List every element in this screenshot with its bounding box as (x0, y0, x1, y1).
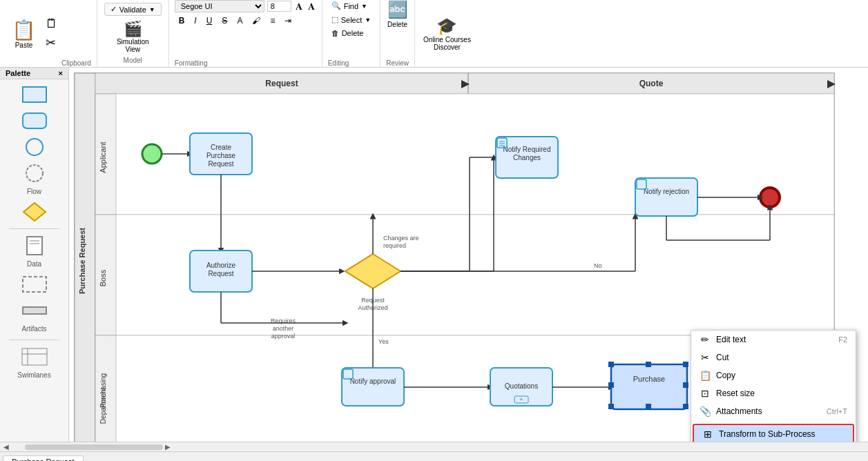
tab-purchase-request[interactable]: Purchase Request (3, 455, 84, 462)
italic-button[interactable]: I (190, 14, 200, 27)
svg-text:Applicant: Applicant (99, 141, 107, 173)
find-label: Find (344, 2, 358, 10)
palette-shape-circle[interactable] (17, 135, 52, 159)
svg-point-73 (760, 188, 780, 207)
palette-close-icon[interactable]: × (59, 69, 63, 77)
clipboard-group: 📋 Paste 🗒 ✂ Clipboard (0, 0, 97, 67)
transform-icon: ⊞ (702, 429, 713, 440)
copy-button[interactable]: 🗒 (42, 15, 61, 32)
svg-text:Quotations: Quotations (505, 382, 538, 390)
text-direction-button[interactable]: ⇥ (280, 14, 296, 27)
scroll-right-button[interactable]: ▶ (163, 443, 173, 451)
review-label: Review (386, 59, 409, 67)
ctx-copy-label: Copy (716, 371, 735, 380)
svg-text:Authorize: Authorize (206, 262, 236, 269)
palette-shape-circle-dashed[interactable] (17, 161, 52, 186)
underline-button[interactable]: U (202, 14, 217, 27)
font-size-input[interactable] (267, 1, 291, 12)
palette-shape-swimlane[interactable] (17, 344, 52, 369)
ctx-attachments[interactable]: 📎 Attachments Ctrl+T (691, 402, 856, 420)
scrollbar-thumb[interactable] (25, 444, 163, 450)
font-select[interactable]: Segoe UI (175, 0, 264, 12)
canvas-area[interactable]: Purchase Request Request Quote Applicant (69, 68, 868, 442)
select-dropdown[interactable]: ▼ (365, 17, 371, 23)
svg-rect-96 (646, 404, 651, 409)
svg-rect-89 (611, 364, 687, 409)
svg-rect-9 (23, 307, 46, 314)
palette-shape-document[interactable] (17, 233, 52, 258)
cut-icon: ✂ (700, 352, 711, 363)
ctx-edit-text-shortcut: F2 (838, 335, 847, 344)
palette-shape-bar[interactable] (17, 298, 52, 323)
delete-button[interactable]: 🗑 Delete (328, 28, 375, 39)
font-size-decrease[interactable]: 𝐀 (307, 1, 316, 12)
simulation-view-button[interactable]: 🎬 SimulationView (117, 20, 149, 53)
validate-icon: ✓ (110, 5, 117, 14)
svg-rect-8 (23, 277, 46, 292)
svg-rect-93 (608, 404, 614, 409)
svg-text:+: + (519, 396, 523, 403)
strikethrough-button[interactable]: S (218, 14, 231, 27)
svg-rect-94 (683, 404, 688, 409)
bold-button[interactable]: B (175, 14, 189, 27)
palette-header: Palette × (0, 68, 68, 79)
svg-text:Yes: Yes (378, 338, 389, 345)
palette-shape-diamond[interactable] (17, 199, 52, 224)
edit-text-icon: ✏ (700, 334, 711, 345)
context-menu: ✏ Edit text F2 ✂ Cut 📋 Copy ⊡ Reset size… (691, 330, 856, 442)
palette-shape-rectangle[interactable] (17, 82, 52, 107)
find-dropdown[interactable]: ▼ (361, 3, 367, 10)
review-group: 🔤 Delete Review (380, 0, 415, 67)
ctx-transform-subprocess[interactable]: ⊞ Transform to Sub-Process (693, 424, 854, 442)
select-button[interactable]: ⬚ Select ▼ (328, 14, 375, 26)
delete-label: Delete (342, 29, 364, 37)
spelling-label: Delete (387, 21, 407, 28)
flow-label: Flow (27, 188, 41, 195)
palette-divider-1 (9, 228, 59, 229)
attachments-icon: 📎 (700, 406, 711, 417)
font-color-button[interactable]: A (233, 14, 247, 27)
ctx-edit-text-label: Edit text (716, 335, 746, 344)
ctx-transform-label: Transform to Sub-Process (719, 429, 816, 439)
palette-shape-dashed[interactable] (17, 272, 52, 297)
horizontal-scrollbar[interactable]: ◀ ▶ (0, 442, 868, 451)
ctx-edit-text[interactable]: ✏ Edit text F2 (691, 331, 856, 349)
align-button[interactable]: ≡ (266, 14, 279, 27)
ctx-copy[interactable]: 📋 Copy (691, 366, 856, 384)
select-label: Select (341, 16, 363, 24)
font-size-increase[interactable]: 𝐀 (294, 1, 304, 12)
svg-text:No: No (594, 262, 602, 269)
svg-text:Notify rejection: Notify rejection (644, 188, 689, 195)
courses-label[interactable]: Online CoursesDiscover (423, 36, 471, 51)
find-button[interactable]: 🔍 Find ▼ (328, 0, 375, 12)
svg-rect-80 (342, 368, 404, 406)
ctx-reset-size[interactable]: ⊡ Reset size (691, 384, 856, 402)
ctx-divider-1 (691, 422, 856, 422)
main-area: Palette × Flow (0, 68, 868, 442)
artifacts-label: Artifacts (21, 325, 46, 333)
validate-button[interactable]: ✓ Validate ▼ (104, 3, 162, 16)
ctx-cut[interactable]: ✂ Cut (691, 349, 856, 366)
highlight-button[interactable]: 🖌 (248, 14, 264, 27)
svg-rect-1 (23, 113, 46, 128)
ctx-attachments-shortcut: Ctrl+T (827, 407, 847, 415)
scroll-left-button[interactable]: ◀ (1, 443, 11, 451)
svg-text:approval: approval (271, 333, 296, 340)
paste-button[interactable]: 📋 Paste (6, 15, 42, 52)
delete-icon: 🗑 (331, 29, 339, 37)
validate-label: Validate (119, 6, 146, 14)
svg-text:Notify Required: Notify Required (503, 146, 551, 153)
palette-shape-rounded-rect[interactable] (17, 108, 52, 133)
svg-text:Notify approval: Notify approval (350, 377, 396, 385)
data-label: Data (27, 260, 41, 268)
cut-button[interactable]: ✂ (42, 34, 61, 52)
paste-icon: 📋 (12, 19, 36, 41)
svg-rect-92 (683, 362, 688, 367)
palette-items: Flow Data Artifacts (0, 79, 68, 384)
svg-text:Create: Create (211, 144, 231, 151)
validate-dropdown-icon[interactable]: ▼ (149, 6, 155, 13)
clipboard-small-buttons: 🗒 ✂ (42, 15, 61, 52)
palette-title: Palette (6, 69, 30, 77)
svg-text:Request: Request (208, 160, 233, 168)
clipboard-label: Clipboard (61, 58, 91, 67)
